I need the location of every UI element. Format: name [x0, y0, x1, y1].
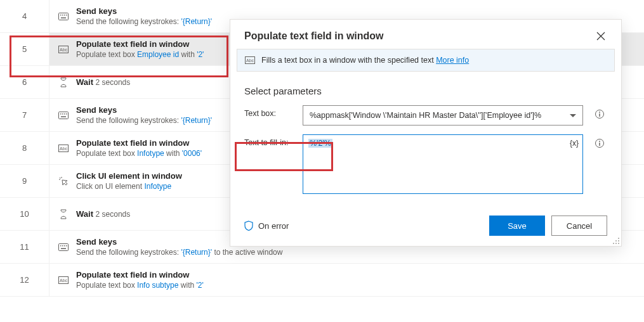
svg-rect-3 [64, 15, 65, 16]
svg-rect-18 [62, 245, 63, 247]
textbox-label: Text box: [244, 105, 294, 118]
step-subtitle: Send the following keystrokes: '{Return}… [76, 115, 212, 126]
step-number: 4 [0, 0, 49, 32]
section-title: Select parameters [244, 86, 607, 96]
close-icon[interactable] [595, 30, 607, 42]
step-number: 6 [0, 66, 49, 98]
svg-point-36 [615, 243, 617, 244]
svg-point-27 [599, 112, 600, 113]
step-number: 5 [0, 33, 49, 65]
svg-point-37 [613, 243, 614, 244]
on-error-toggle[interactable]: On error [244, 221, 289, 231]
step-subtitle: Populate text box Info subtype with '2' [76, 280, 204, 290]
step-title: Populate text field in window [76, 269, 204, 281]
more-info-link[interactable]: More info [436, 56, 469, 65]
svg-rect-28 [599, 113, 600, 117]
step-title: Click UI element in window [76, 171, 182, 182]
svg-rect-16 [59, 243, 69, 250]
insert-variable-button[interactable]: {x} [570, 139, 579, 148]
svg-rect-12 [66, 113, 67, 115]
svg-rect-0 [59, 13, 69, 20]
svg-rect-31 [599, 143, 600, 146]
svg-rect-2 [62, 15, 63, 16]
svg-point-35 [618, 243, 619, 244]
keyboard-icon [58, 11, 69, 22]
fillin-textarea[interactable]: %'2'% {x} [303, 134, 583, 194]
svg-rect-5 [61, 17, 66, 18]
flow-step[interactable]: 12AbcPopulate text field in windowPopula… [0, 264, 644, 297]
step-subtitle: Click on UI element Infotype [76, 181, 182, 191]
svg-text:Abc: Abc [60, 146, 68, 151]
abc-box-icon: Abc [58, 275, 69, 285]
fillin-value: %'2'% [308, 139, 332, 148]
svg-rect-13 [61, 116, 66, 117]
resize-grip-icon[interactable] [612, 237, 620, 245]
keyboard-icon [58, 242, 69, 252]
info-icon[interactable] [592, 105, 607, 119]
step-number: 9 [0, 165, 49, 197]
svg-rect-19 [64, 245, 65, 247]
step-subtitle: Send the following keystrokes: '{Return}… [76, 16, 212, 27]
abc-box-icon: Abc [245, 56, 255, 64]
svg-rect-9 [60, 113, 62, 115]
step-subtitle: 2 seconds [96, 210, 131, 219]
svg-point-32 [618, 238, 619, 239]
cancel-button[interactable]: Cancel [551, 216, 607, 236]
svg-text:Abc: Abc [60, 48, 68, 52]
svg-point-34 [615, 240, 617, 242]
dialog-description-text: Fills a text box in a window with the sp… [261, 56, 436, 65]
keyboard-icon [58, 110, 69, 120]
hourglass-icon [58, 77, 69, 87]
abc-box-icon: Abc [58, 143, 69, 153]
svg-rect-10 [62, 113, 63, 115]
hourglass-icon [58, 209, 69, 219]
step-subtitle: 2 seconds [96, 78, 131, 87]
step-subtitle: Populate text box Employee id with '2' [76, 49, 204, 60]
step-number: 8 [0, 132, 49, 164]
info-icon[interactable] [592, 134, 607, 148]
shield-icon [244, 221, 253, 231]
step-title: Wait [76, 77, 96, 87]
step-subtitle: Populate text box Infotype with '0006' [76, 148, 202, 158]
step-content[interactable]: AbcPopulate text field in windowPopulate… [49, 264, 644, 296]
step-title: Send keys [76, 6, 212, 17]
step-title: Wait [76, 209, 96, 219]
step-title: Populate text field in window [76, 138, 202, 149]
svg-rect-17 [60, 245, 62, 247]
svg-text:Abc: Abc [246, 58, 254, 63]
step-number: 10 [0, 198, 49, 230]
svg-rect-1 [60, 15, 62, 16]
textbox-select-value: %appmask['Window \'Maintain HR Master Da… [310, 111, 541, 120]
svg-rect-4 [66, 15, 67, 16]
svg-point-30 [599, 141, 600, 142]
step-number: 7 [0, 99, 49, 131]
dialog-description-bar: Abc Fills a text box in a window with th… [237, 49, 615, 72]
step-subtitle: Send the following keystrokes: '{Return}… [76, 247, 282, 257]
svg-rect-21 [61, 248, 66, 249]
dialog-title: Populate text field in window [244, 30, 384, 42]
step-number: 11 [0, 231, 49, 263]
fillin-label: Text to fill-in: [244, 134, 294, 147]
svg-rect-20 [66, 245, 67, 247]
action-dialog: Populate text field in window Abc Fills … [230, 19, 622, 247]
save-button[interactable]: Save [489, 216, 545, 236]
svg-rect-8 [59, 112, 69, 119]
on-error-label: On error [258, 221, 289, 231]
step-title: Send keys [76, 105, 212, 116]
click-icon [58, 176, 69, 186]
svg-rect-11 [64, 113, 65, 115]
svg-text:Abc: Abc [60, 278, 68, 283]
textbox-select[interactable]: %appmask['Window \'Maintain HR Master Da… [303, 105, 583, 126]
svg-point-33 [618, 240, 619, 242]
step-number: 12 [0, 264, 49, 296]
step-title: Populate text field in window [76, 39, 204, 50]
abc-box-icon: Abc [58, 44, 69, 55]
